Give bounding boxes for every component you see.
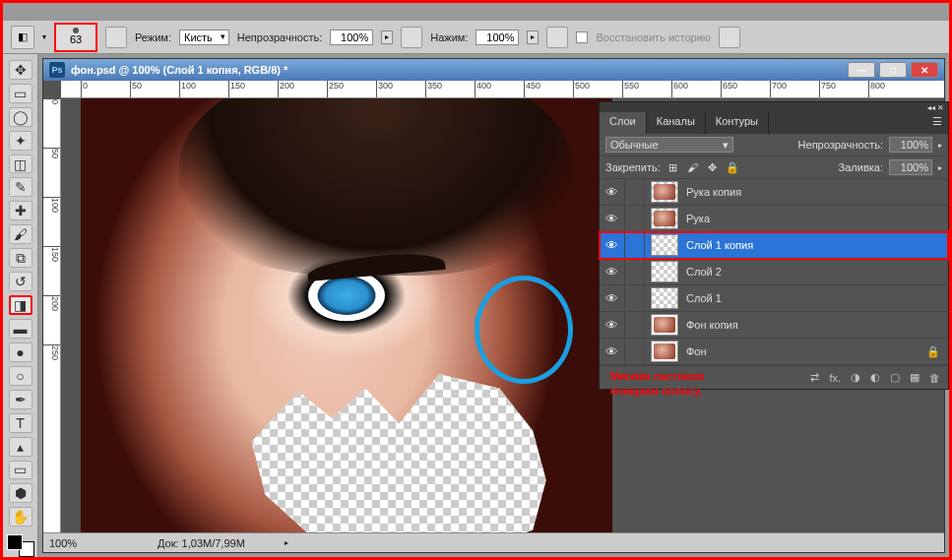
layer-link-cell[interactable] <box>625 285 645 311</box>
visibility-toggle-icon[interactable]: 👁 <box>600 206 625 231</box>
tab-paths[interactable]: Контуры <box>706 112 769 134</box>
history-brush-tool[interactable]: ↺ <box>9 272 32 291</box>
ruler-tick: 150 <box>228 81 245 97</box>
ruler-tick: 750 <box>819 81 836 97</box>
opacity-flyout-arrow-icon[interactable]: ▸ <box>938 141 942 150</box>
visibility-toggle-icon[interactable]: 👁 <box>600 232 625 258</box>
fill-flyout-arrow-icon[interactable]: ▸ <box>938 163 942 172</box>
type-tool[interactable]: T <box>9 413 32 433</box>
flow-input[interactable]: 100% <box>476 30 519 45</box>
maximize-button[interactable]: □ <box>879 62 907 78</box>
layer-row[interactable]: 👁Фон🔒 <box>600 339 948 365</box>
layer-name[interactable]: Слой 2 <box>684 266 926 278</box>
3d-tool[interactable]: ⬢ <box>9 483 32 503</box>
layer-link-cell[interactable] <box>625 339 645 364</box>
layer-row[interactable]: 👁Слой 2 <box>600 259 948 285</box>
opacity-arrow[interactable]: ▸ <box>381 31 393 44</box>
healing-tool[interactable]: ✚ <box>9 201 32 220</box>
zoom-value[interactable]: 100% <box>49 537 118 549</box>
lasso-tool[interactable]: ◯ <box>9 107 32 127</box>
gradient-tool[interactable]: ▬ <box>9 319 32 339</box>
layer-thumbnail[interactable] <box>651 341 678 362</box>
dropdown-arrow-icon[interactable]: ▾ <box>42 32 46 41</box>
layer-link-cell[interactable] <box>625 232 645 258</box>
stamp-tool[interactable]: ⧉ <box>9 248 32 268</box>
layer-thumbnail[interactable] <box>651 287 678 309</box>
panel-collapse-bar[interactable]: ◂◂ ✕ <box>600 102 948 112</box>
layer-thumbnail[interactable] <box>651 314 678 336</box>
layer-thumbnail[interactable] <box>651 234 678 256</box>
doc-info-arrow-icon[interactable]: ▸ <box>285 538 288 547</box>
layer-name[interactable]: Рука копия <box>684 186 926 198</box>
layer-link-cell[interactable] <box>625 179 645 205</box>
panel-menu-icon[interactable]: ☰ <box>926 112 948 134</box>
eraser-tool[interactable]: ◨ <box>9 295 32 315</box>
dodge-tool[interactable]: ○ <box>9 366 32 386</box>
layer-link-cell[interactable] <box>625 259 645 284</box>
visibility-toggle-icon[interactable]: 👁 <box>600 259 625 284</box>
fill-input[interactable]: 100% <box>889 159 932 175</box>
erase-history-label: Восстановить историю <box>596 31 711 43</box>
canvas[interactable] <box>81 98 612 532</box>
lock-transparency-icon[interactable]: ⊞ <box>666 160 680 174</box>
ruler-vertical[interactable]: 050100150200250 <box>43 98 61 532</box>
blend-mode-select[interactable]: Обычные <box>605 137 733 153</box>
ruler-tick: 250 <box>43 344 60 360</box>
layer-name[interactable]: Слой 1 копия <box>684 239 926 251</box>
eraser-tool-icon[interactable]: ◧ <box>11 26 34 49</box>
layer-row[interactable]: 👁Слой 1 копия <box>600 232 948 259</box>
mode-select[interactable]: Кисть <box>179 30 229 45</box>
ruler-tick: 350 <box>425 81 442 97</box>
visibility-toggle-icon[interactable]: 👁 <box>600 179 625 205</box>
layer-opacity-input[interactable]: 100% <box>889 137 932 153</box>
flow-arrow[interactable]: ▸ <box>527 31 539 44</box>
blur-tool[interactable]: ● <box>9 342 32 362</box>
document-titlebar[interactable]: Ps фон.psd @ 100% (Слой 1 копия, RGB/8) … <box>43 59 944 81</box>
layer-thumbnail[interactable] <box>651 208 678 229</box>
visibility-toggle-icon[interactable]: 👁 <box>600 285 625 311</box>
eyedropper-tool[interactable]: ✎ <box>9 177 32 197</box>
layer-name[interactable]: Фон копия <box>684 319 926 331</box>
layer-thumbnail[interactable] <box>651 181 678 203</box>
opacity-input[interactable]: 100% <box>330 30 373 45</box>
opacity-pressure-toggle[interactable] <box>401 27 422 48</box>
layer-thumbnail[interactable] <box>651 261 678 282</box>
hand-tool[interactable]: ✋ <box>9 507 32 527</box>
layer-row[interactable]: 👁Фон копия <box>600 312 948 339</box>
size-pressure-toggle[interactable] <box>719 27 740 48</box>
move-tool[interactable]: ✥ <box>9 60 32 80</box>
layer-link-cell[interactable] <box>625 312 645 338</box>
lock-position-icon[interactable]: ✥ <box>706 160 720 174</box>
layer-name[interactable]: Слой 1 <box>684 292 926 304</box>
layer-row[interactable]: 👁Рука копия <box>600 179 948 206</box>
ruler-horizontal[interactable]: 0501001502002503003504004505005506006507… <box>61 81 944 98</box>
doc-info[interactable]: Док: 1,03M/7,99M <box>158 537 245 549</box>
brush-panel-toggle[interactable] <box>105 27 127 48</box>
pen-tool[interactable]: ✒ <box>9 390 32 409</box>
wand-tool[interactable]: ✦ <box>9 131 32 151</box>
lock-pixels-icon[interactable]: 🖌 <box>686 160 700 174</box>
path-select-tool[interactable]: ▴ <box>9 437 32 457</box>
shape-tool[interactable]: ▭ <box>9 461 32 480</box>
visibility-toggle-icon[interactable]: 👁 <box>600 312 625 338</box>
tab-layers[interactable]: Слои <box>600 112 647 134</box>
close-button[interactable]: ✕ <box>911 62 938 78</box>
minimize-button[interactable]: — <box>848 62 875 78</box>
color-swatches[interactable] <box>7 534 34 557</box>
layer-link-cell[interactable] <box>625 206 645 231</box>
visibility-toggle-icon[interactable]: 👁 <box>600 339 625 364</box>
layer-lock-icon[interactable]: 🔒 <box>926 345 942 358</box>
brush-tool[interactable]: 🖌 <box>9 224 32 244</box>
layer-row[interactable]: 👁Слой 1 <box>600 285 948 312</box>
layer-row[interactable]: 👁Рука <box>600 206 948 232</box>
lock-all-icon[interactable]: 🔒 <box>726 160 739 174</box>
menu-bar[interactable] <box>3 3 949 21</box>
erase-history-checkbox[interactable] <box>576 31 588 43</box>
airbrush-toggle[interactable] <box>546 27 568 48</box>
layer-name[interactable]: Рука <box>684 213 926 224</box>
tab-channels[interactable]: Каналы <box>647 112 706 134</box>
crop-tool[interactable]: ◫ <box>9 155 32 174</box>
brush-preset-picker[interactable]: 63 <box>54 23 97 52</box>
marquee-tool[interactable]: ▭ <box>9 84 32 103</box>
layer-name[interactable]: Фон <box>684 345 926 357</box>
